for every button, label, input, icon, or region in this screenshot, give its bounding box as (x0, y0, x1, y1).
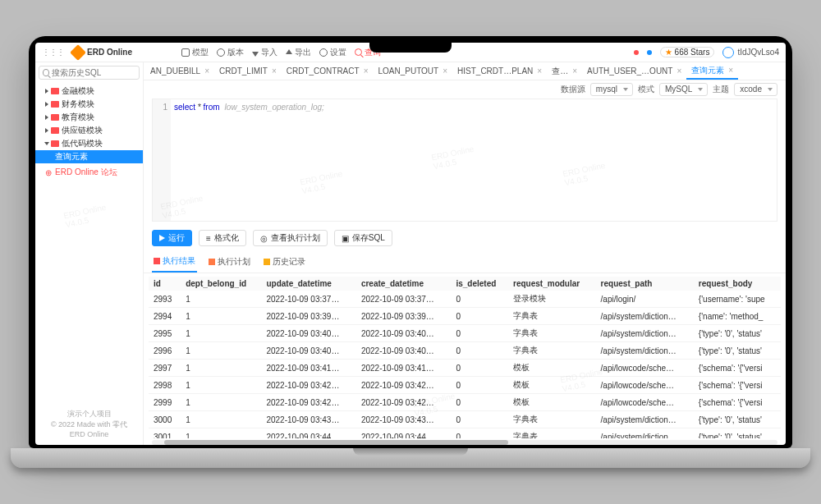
col-update_datetime[interactable]: update_datetime (261, 277, 355, 291)
search-icon (43, 69, 49, 76)
folder-icon (51, 140, 59, 147)
sidebar-item-education[interactable]: 教育模块 (35, 111, 143, 124)
sql-history-search[interactable] (39, 66, 140, 80)
tb-settings[interactable]: 设置 (319, 47, 346, 58)
history-icon (264, 259, 270, 265)
line-number: 1 (153, 103, 167, 112)
avatar-icon (722, 47, 734, 58)
sidebar-item-query-elements[interactable]: 查询元素 (35, 150, 143, 163)
table-row[interactable]: 299612022-10-09 03:40…2022-10-09 03:40…0… (149, 342, 781, 360)
table-row[interactable]: 299512022-10-09 03:40…2022-10-09 03:40…0… (149, 325, 781, 342)
close-icon[interactable]: × (572, 66, 577, 76)
folder-icon (51, 88, 59, 94)
tb-export[interactable]: 导出 (286, 47, 311, 58)
sidebar-item-lowcode[interactable]: 低代码模块 (35, 137, 143, 150)
forum-link[interactable]: ⊕ERD Online 论坛 (35, 163, 143, 181)
status-dot-red[interactable] (634, 50, 639, 55)
col-id[interactable]: id (149, 277, 181, 291)
horizontal-scrollbar[interactable] (152, 440, 777, 445)
status-dot-blue[interactable] (647, 50, 652, 55)
brand-logo: ERD Online (72, 47, 132, 58)
col-request_body[interactable]: request_body (694, 277, 781, 291)
close-icon[interactable]: × (728, 66, 733, 75)
mode-label: 模式 (638, 84, 654, 95)
datasource-label: 数据源 (561, 84, 585, 95)
tab-0[interactable]: AN_DUEBILL× (145, 62, 214, 80)
result-table: iddept_belong_idupdate_datetimecreate_da… (149, 277, 781, 438)
datasource-select[interactable]: mysql (590, 83, 633, 96)
mode-select[interactable]: MySQL (659, 83, 708, 96)
user-menu[interactable]: tIdJQvLso4 (722, 47, 779, 58)
star-icon: ★ (665, 48, 672, 57)
save-sql-button[interactable]: ▣保存SQL (334, 230, 392, 246)
table-row[interactable]: 299412022-10-09 03:39…2022-10-09 03:39…0… (149, 308, 781, 325)
github-stars[interactable]: ★668 Stars (660, 47, 715, 57)
folder-icon (51, 127, 59, 134)
table-row[interactable]: 299812022-10-09 03:42…2022-10-09 03:42…0… (149, 377, 781, 394)
close-icon[interactable]: × (204, 66, 209, 76)
close-icon[interactable]: × (443, 66, 447, 76)
tab-plan[interactable]: 执行计划 (207, 251, 252, 273)
table-row[interactable]: 299912022-10-09 03:42…2022-10-09 03:42…0… (149, 394, 781, 411)
code-line: select * from low_system_operation_log; (153, 99, 777, 112)
tb-import[interactable]: 导入 (252, 47, 277, 58)
sql-editor[interactable]: 1 select * from low_system_operation_log… (152, 99, 777, 222)
apps-icon[interactable]: ⋮⋮⋮ (42, 48, 64, 57)
result-icon (154, 258, 160, 264)
gear-icon (319, 48, 328, 57)
close-icon[interactable]: × (537, 66, 542, 76)
import-icon (252, 52, 259, 57)
save-icon: ▣ (342, 234, 349, 243)
table-row[interactable]: 300012022-10-09 03:43…2022-10-09 03:43…0… (149, 411, 781, 428)
close-icon[interactable]: × (272, 66, 277, 76)
table-row[interactable]: 299312022-10-09 03:37…2022-10-09 03:37…0… (149, 291, 781, 308)
search-icon (355, 48, 362, 56)
plan-icon (209, 259, 215, 265)
close-icon[interactable]: × (677, 66, 681, 76)
tab-6[interactable]: AUTH_USER_…OUNT× (582, 62, 686, 80)
col-dept_belong_id[interactable]: dept_belong_id (181, 277, 261, 291)
play-icon (159, 235, 165, 241)
link-icon: ⊕ (45, 168, 52, 177)
tab-2[interactable]: CRDT_CONTRACT× (282, 62, 374, 80)
sidebar-footer: 演示个人项目 © 2022 Made with 零代 ERD Online (35, 404, 143, 445)
run-button[interactable]: 运行 (152, 230, 192, 246)
col-create_datetime[interactable]: create_datetime (356, 277, 451, 291)
search-input[interactable] (52, 68, 135, 77)
folder-icon (51, 101, 59, 108)
col-request_modular[interactable]: request_modular (508, 277, 596, 291)
export-icon (286, 49, 292, 54)
sidebar-item-supply[interactable]: 供应链模块 (35, 124, 143, 137)
version-icon (217, 48, 225, 57)
sidebar-item-accounting[interactable]: 财务模块 (35, 98, 143, 111)
theme-select[interactable]: xcode (734, 83, 777, 96)
tab-history[interactable]: 历史记录 (262, 251, 307, 273)
tab-7[interactable]: 查询元素× (686, 62, 738, 80)
col-is_deleted[interactable]: is_deleted (451, 277, 508, 291)
brand-name: ERD Online (87, 48, 132, 57)
explain-button[interactable]: ◎查看执行计划 (253, 230, 328, 246)
tb-model[interactable]: 模型 (181, 47, 209, 58)
folder-icon (51, 114, 59, 121)
scrollbar-thumb[interactable] (164, 440, 508, 445)
tab-1[interactable]: CRDT_LIMIT× (214, 62, 282, 80)
tab-result[interactable]: 执行结果 (152, 251, 197, 273)
result-table-wrap[interactable]: iddept_belong_idupdate_datetimecreate_da… (149, 277, 781, 438)
tab-3[interactable]: LOAN_PUTOUT× (373, 62, 452, 80)
tab-5[interactable]: 查…× (547, 62, 582, 80)
close-icon[interactable]: × (364, 66, 369, 76)
sidebar-item-finance[interactable]: 金融模块 (35, 85, 143, 98)
editor-tabs: AN_DUEBILL×CRDT_LIMIT×CRDT_CONTRACT×LOAN… (144, 62, 786, 80)
logo-icon (70, 44, 86, 61)
table-row[interactable]: 300112022-10-09 03:44…2022-10-09 03:44…0… (149, 428, 781, 439)
tb-version[interactable]: 版本 (217, 47, 244, 58)
col-request_path[interactable]: request_path (596, 277, 694, 291)
format-icon: ≡ (206, 234, 211, 243)
eye-icon: ◎ (260, 234, 268, 243)
theme-label: 主题 (713, 84, 729, 95)
table-row[interactable]: 299712022-10-09 03:41…2022-10-09 03:41…0… (149, 360, 781, 377)
tab-4[interactable]: HIST_CRDT…PLAN× (452, 62, 547, 80)
format-button[interactable]: ≡格式化 (199, 230, 246, 246)
model-icon (181, 48, 190, 57)
